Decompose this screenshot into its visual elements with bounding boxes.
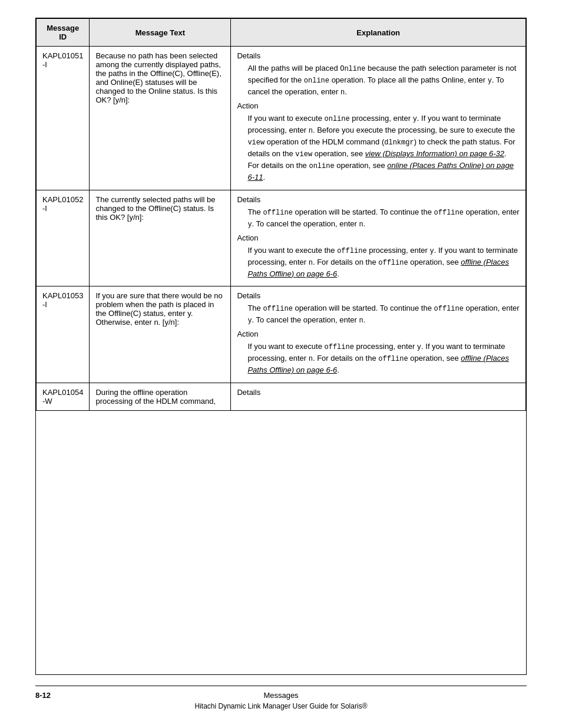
footer-divider [35,686,527,686]
inline-code: y [413,115,417,123]
inline-code: y [247,317,252,325]
action-text: If you want to execute the offline proce… [247,245,520,280]
inline-code: online [309,162,334,170]
explanation-cell: Details [231,383,526,410]
message-text-cell: The currently selected paths will be cha… [90,190,231,286]
action-text: If you want to execute online processing… [247,113,520,183]
table-row: KAPL01051-I Because no path has been sel… [37,47,526,190]
action-label: Action [237,330,520,338]
message-id-cell: KAPL01052-I [37,190,90,286]
inline-code: view [247,139,265,147]
message-text-cell: Because no path has been selected among … [90,47,231,190]
inline-code: y [417,343,421,351]
details-label: Details [237,195,520,204]
footer-center-text: Messages [71,691,491,700]
header-message-text: Message Text [90,19,231,47]
details-text: All the paths will be placed Online beca… [247,62,520,98]
inline-code: n [340,88,345,97]
details-label: Details [237,51,520,60]
message-text-cell: If you are sure that there would be no p… [90,286,231,383]
inline-code: offline [434,209,464,217]
explanation-cell: Details The offline operation will be st… [231,190,526,286]
inline-code: offline [434,305,464,313]
footer-bottom-text: Hitachi Dynamic Link Manager User Guide … [35,702,527,710]
inline-code: online [304,77,329,85]
explanation-cell: Details The offline operation will be st… [231,286,526,383]
table-row: KAPL01054-W During the offline operation… [37,383,526,410]
online-link[interactable]: online (Places Paths Online) on page 6-1… [247,161,514,182]
inline-code: online [324,115,349,123]
details-label: Details [237,291,520,300]
inline-code: y [247,220,252,229]
inline-code: n [309,355,313,363]
header-explanation: Explanation [231,19,526,47]
message-id-cell: KAPL01053-I [37,286,90,383]
inline-code: n [359,220,363,229]
view-link[interactable]: view (Displays Information) on page 6-32 [365,149,504,158]
table-row: KAPL01053-I If you are sure that there w… [37,286,526,383]
inline-code: y [430,247,434,255]
inline-code: dlnkmgr [384,139,414,147]
inline-code: Online [340,65,365,73]
inline-code: view [295,150,312,159]
inline-code: offline [378,259,408,267]
footer: 8-12 Messages [35,691,527,700]
message-text-cell: During the offline operation processing … [90,383,231,410]
inline-code: offline [263,209,292,217]
inline-code: n [309,127,313,135]
header-message-id: Message ID [37,19,90,47]
table-row: KAPL01052-I The currently selected paths… [37,190,526,286]
message-id-cell: KAPL01051-I [37,47,90,190]
inline-code: offline [337,247,366,255]
message-id-cell: KAPL01054-W [37,383,90,410]
inline-code: n [359,317,363,325]
details-label: Details [237,388,520,397]
inline-code: offline [378,355,408,363]
action-label: Action [237,101,520,110]
inline-code: offline [324,343,353,351]
inline-code: y [488,77,492,85]
action-label: Action [237,233,520,242]
explanation-cell: Details All the paths will be placed Onl… [231,47,526,190]
page-number: 8-12 [35,691,71,700]
details-text: The offline operation will be started. T… [247,206,520,230]
action-text: If you want to execute offline processin… [247,341,520,376]
inline-code: n [309,259,313,267]
details-text: The offline operation will be started. T… [247,302,520,326]
inline-code: offline [263,305,292,313]
